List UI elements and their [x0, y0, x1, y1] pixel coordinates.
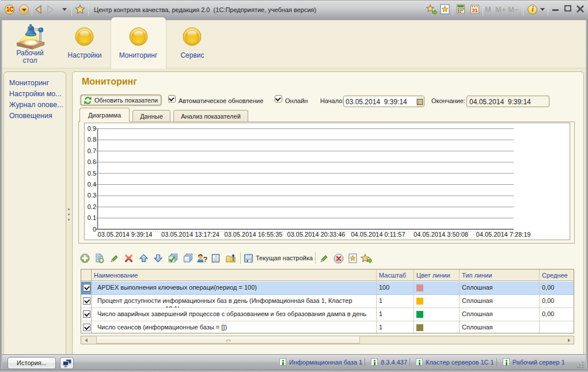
- svg-text:0.1: 0.1: [88, 214, 96, 221]
- svg-text:0.4: 0.4: [88, 181, 96, 188]
- svg-text:0.3: 0.3: [88, 192, 96, 199]
- svg-text:04.05.2014 0:11:57: 04.05.2014 0:11:57: [351, 231, 405, 238]
- svg-text:0.9: 0.9: [88, 125, 96, 132]
- svg-text:?: ?: [203, 255, 208, 264]
- svg-text:0.5: 0.5: [88, 170, 96, 177]
- svg-text:0.8: 0.8: [88, 136, 96, 143]
- svg-text:04.05.2014 7:28:19: 04.05.2014 7:28:19: [476, 231, 531, 238]
- svg-text:04.05.2014 3:50:08: 04.05.2014 3:50:08: [414, 231, 468, 238]
- svg-text:03.05.2014 20:33:46: 03.05.2014 20:33:46: [287, 231, 346, 238]
- svg-text:03.05.2014 13:17:24: 03.05.2014 13:17:24: [161, 231, 219, 238]
- svg-text:0.2: 0.2: [88, 203, 96, 210]
- svg-text:0.7: 0.7: [88, 147, 96, 154]
- svg-text:0.6: 0.6: [88, 158, 96, 165]
- svg-text:0: 0: [93, 226, 96, 233]
- svg-text:31: 31: [472, 7, 478, 13]
- svg-text:03.05.2014 16:55:35: 03.05.2014 16:55:35: [225, 231, 283, 238]
- svg-text:03.05.2014 9:39:14: 03.05.2014 9:39:14: [98, 231, 153, 238]
